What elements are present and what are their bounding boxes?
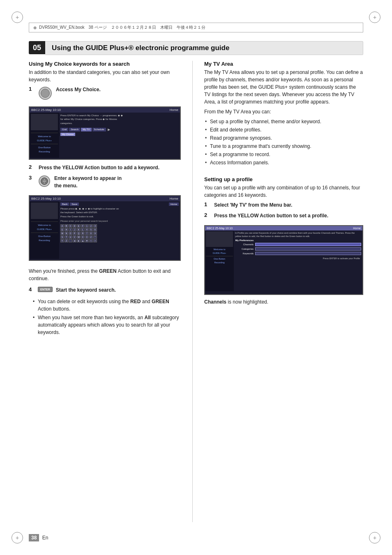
profile-footer: Press ENTER to activate your Profile [235, 256, 361, 260]
key-4: 4 [85, 228, 89, 231]
screen1-label1: Welcome to [31, 135, 58, 138]
profile-sidebar-lab3: One-Button [206, 257, 233, 261]
key-Z: Z [65, 239, 68, 242]
left-section-intro: In addition to the standard categories, … [29, 69, 181, 83]
right-step1-number: 1 [204, 201, 210, 207]
screen2-prompt: Please enter your personal search keywor… [60, 219, 179, 223]
screen2-topbar-left: BBC2 25-May 10:10 [31, 197, 61, 200]
key-2: 2 [89, 224, 93, 228]
right-step2-number: 2 [204, 212, 210, 218]
screen2-div2 [31, 233, 58, 233]
keyboard-row-3: MNOPQR789 [60, 232, 179, 235]
screen2-lab4: Recording [31, 239, 58, 242]
screen2-spacer [80, 203, 168, 206]
left-column: Using My Choice keywords for a search In… [29, 61, 181, 522]
key-6: 6 [93, 228, 97, 231]
screen1-label3: One-Button [31, 146, 58, 149]
key-7: 7 [85, 232, 89, 235]
from-heading: From the My TV Area you can: [204, 108, 363, 115]
key-8: 8 [89, 232, 93, 235]
reg-mark-tl [12, 12, 23, 23]
channels-highlighted: Channels is now highlighted. [204, 298, 363, 306]
screen1-nav-search: Search [69, 128, 80, 131]
screen2-save: Save [70, 203, 79, 206]
screen2-line3: Press the Green button to exit. [60, 215, 179, 218]
profile-sidebar-lab4: Recording [206, 261, 233, 265]
profile-thumb [206, 231, 233, 247]
profile-sidebar-lab1: Welcome to [206, 248, 233, 251]
preferences-label: My Preferences [235, 239, 254, 242]
key-5: 5 [89, 228, 93, 231]
key-R: R [81, 232, 85, 235]
key-V: V [73, 235, 76, 239]
step4-number: 4 [29, 286, 35, 292]
keywords-input[interactable] [255, 252, 361, 255]
bullet-2: Edit and delete profiles. [204, 126, 363, 134]
screen1-maintext: Press ENTER to search My Choice → progra… [60, 114, 179, 117]
channels-field: Channels [235, 243, 361, 246]
preferences-section: My Preferences [235, 239, 361, 242]
right-step2-row: 2 Press the YELLOW Action button to set … [204, 212, 363, 219]
step3-row: 3 Enter a keyword to appear inthe menu. [29, 175, 181, 189]
right-step1-row: 1 Select 'My TV' from the Menu bar. [204, 201, 363, 209]
step4-row: 4 ENTER Start the keyword search. [29, 286, 181, 294]
bullet-6: Access Information panels. [204, 159, 363, 166]
screen1-thumb [31, 114, 58, 130]
key-Y: Y [60, 239, 64, 242]
categories-field: Categories [235, 247, 361, 251]
key-W: W [77, 235, 81, 239]
screen2-navbar: Back Save Home [60, 203, 179, 206]
key-A: A [60, 224, 64, 228]
step2-row: 2 Press the YELLOW Action button to add … [29, 164, 181, 171]
profile-topbar-left: BBC2 25-May 10:10 [207, 227, 233, 230]
screen1-content: Welcome to GUIDE Plus+ One-Button Record… [30, 113, 180, 158]
key-X: X [81, 235, 85, 239]
step3-number: 3 [29, 175, 35, 181]
right-column: My TV Area The My TV Area allows you to … [204, 61, 363, 522]
screen1-navbar: Grid Search My TV Schedule ▶ [60, 128, 179, 131]
keyboard-row-5: YZ ◄►▲▼<> [60, 239, 179, 242]
key-H: H [65, 228, 68, 231]
screen1-nav-grid: Grid [60, 128, 68, 131]
screen1-nav-mytv: My TV [81, 128, 91, 131]
screen2-lab3: One-Button [31, 235, 58, 238]
screen1-main: Press ENTER to search My Choice → progra… [59, 113, 180, 158]
key-G: G [60, 228, 64, 231]
key-down: ▼ [85, 239, 89, 242]
step3-text: Enter a keyword to appear inthe menu. [54, 175, 122, 189]
bullet-5: Set a programme to record. [204, 151, 363, 158]
page: ⊕ DVR550H_WV_EN.book 38 ページ ２００６年１２月２８日 … [0, 0, 392, 555]
screen2-sidebar: Welcome to GUIDE Plus+ One-Button Record… [30, 201, 59, 259]
screen2-topbar-right: Home [170, 197, 178, 200]
key-T: T [65, 235, 68, 239]
screen1-sub-navbar: My Choice [60, 133, 179, 136]
right-step1-text: Select 'My TV' from the Menu bar. [214, 201, 292, 209]
step4-text: Start the keyword search. [56, 286, 116, 294]
screen2-back: Back [60, 203, 69, 206]
keyboard-row-4: STUVWX0#* [60, 235, 179, 239]
key-star: * [93, 235, 97, 239]
key-N: N [65, 232, 68, 235]
circle-inner [41, 89, 50, 98]
key-3: 3 [93, 224, 97, 228]
screen1-nav-arrow: ▶ [107, 128, 111, 131]
profile-sidebar-divider [206, 256, 233, 256]
key-O: O [69, 232, 72, 235]
screen2-thumb [31, 203, 58, 219]
sub-bullet-1: You can delete or edit keywords using th… [32, 298, 181, 313]
keyboard: ABCDEF123 GHIJKL456 MNOPQR789 STUVWX0#* [60, 224, 179, 242]
profile-sidebar: Welcome to GUIDE Plus+ One-Button Record… [205, 230, 234, 291]
screen2-line2: the keyboard. Select with ENTER. [60, 211, 179, 214]
categories-input[interactable] [255, 247, 361, 251]
key-K: K [77, 228, 81, 231]
reg-mark-bl [12, 532, 23, 543]
screen1-sub-mychoice: My Choice [60, 133, 75, 136]
reg-mark-br [369, 532, 380, 543]
file-header-icon: ⊕ [33, 25, 37, 30]
sub-bullet-2: When you have set more than two keywords… [32, 314, 181, 336]
key-lt: < [89, 239, 93, 242]
channels-input[interactable] [255, 243, 361, 246]
key-J: J [73, 228, 76, 231]
profile-topbar-right: Home [353, 227, 361, 230]
right-section-heading: My TV Area [204, 61, 363, 67]
